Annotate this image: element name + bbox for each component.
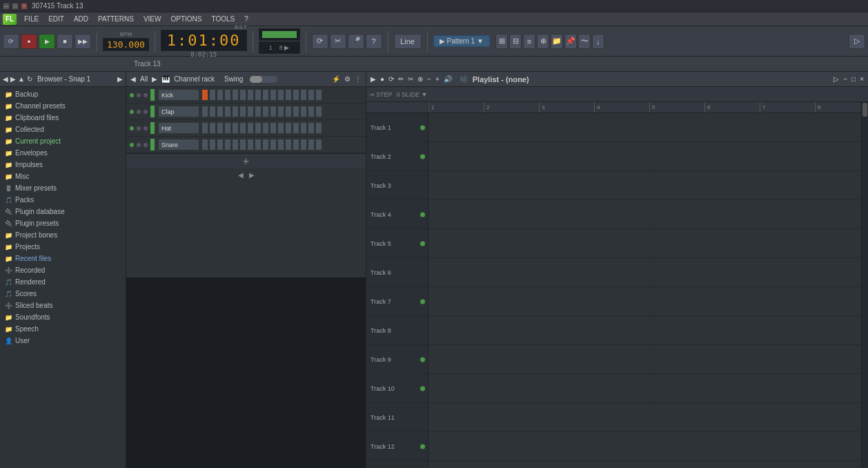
clap-pad-9[interactable] [262, 106, 269, 117]
snare-pad-4[interactable] [224, 139, 231, 150]
menu-file[interactable]: FILE [22, 15, 41, 23]
snare-pad-13[interactable] [293, 139, 299, 150]
close-button[interactable]: × [21, 3, 28, 10]
maximize-button[interactable]: □ [12, 3, 19, 10]
clap-pad-14[interactable] [300, 106, 307, 117]
browser-item-current-project[interactable]: 📁 Current project [0, 135, 126, 147]
hat-name[interactable]: Hat [158, 122, 199, 134]
playlist-minimize[interactable]: − [843, 75, 847, 83]
pattern-button[interactable]: ▶ Pattern 1 ▼ [433, 35, 491, 47]
kick-pad-13[interactable] [293, 89, 299, 101]
browser-item-soundfonts[interactable]: 📁 Soundfonts [0, 311, 126, 323]
grid-row-7[interactable] [428, 287, 861, 316]
playlist-zoom-in[interactable]: + [435, 75, 440, 83]
piano-roll-area[interactable] [126, 277, 366, 468]
kick-led-2[interactable] [136, 92, 141, 98]
snare-pad-3[interactable] [217, 139, 224, 150]
snare-pad-12[interactable] [285, 139, 292, 150]
playlist-draw-icon[interactable]: ✏ [398, 75, 404, 83]
kick-pad-5[interactable] [232, 89, 239, 101]
playlist-vol-icon[interactable]: 🔊 [444, 75, 452, 83]
bpm-display[interactable]: 130.000 [103, 38, 149, 51]
snare-pad-11[interactable] [277, 139, 284, 150]
grid-row-8[interactable] [428, 316, 861, 345]
snare-led-3[interactable] [143, 142, 148, 148]
playlist-expand[interactable]: ▷ [834, 75, 839, 83]
snare-led-1[interactable] [129, 142, 135, 148]
hat-pad-7[interactable] [247, 122, 254, 134]
browser-item-projects[interactable]: 📁 Projects [0, 241, 126, 253]
grid-row-4[interactable] [428, 200, 861, 229]
grid-row-2[interactable] [428, 142, 861, 171]
magnet-btn[interactable]: ⟳ [312, 34, 328, 49]
hat-pad-15[interactable] [308, 122, 315, 134]
hat-led-1[interactable] [129, 126, 135, 131]
channel-rack-nav[interactable]: ◀ [130, 75, 136, 83]
snare-pad-16[interactable] [315, 139, 322, 150]
snare-pad-2[interactable] [209, 139, 216, 150]
browser-item-user[interactable]: 👤 User [0, 335, 126, 347]
grid-row-13[interactable] [428, 461, 861, 468]
playlist-rec-icon[interactable]: ● [380, 75, 384, 83]
hat-pad-5[interactable] [232, 122, 239, 134]
snare-pad-7[interactable] [247, 139, 254, 150]
clap-pad-12[interactable] [285, 106, 292, 117]
snare-pad-8[interactable] [255, 139, 262, 150]
grid-row-1[interactable] [428, 113, 861, 142]
channel-rack-all[interactable]: All [140, 75, 148, 83]
playlist-maximize[interactable]: □ [851, 75, 856, 83]
clap-pad-11[interactable] [277, 106, 284, 117]
kick-pad-12[interactable] [285, 89, 292, 101]
snare-pad-5[interactable] [232, 139, 239, 150]
window-controls[interactable]: — □ × [3, 3, 28, 10]
kick-pad-11[interactable] [277, 89, 284, 101]
align-btn[interactable]: ≡ [523, 34, 535, 49]
hat-pad-8[interactable] [255, 122, 262, 134]
snare-pad-15[interactable] [308, 139, 315, 150]
kick-pad-4[interactable] [224, 89, 231, 101]
browser-item-speech[interactable]: 📁 Speech [0, 323, 126, 335]
snare-pad-6[interactable] [239, 139, 246, 150]
dl-btn[interactable]: ↓ [592, 34, 604, 49]
toolbar-expand[interactable]: ▷ [849, 34, 865, 49]
browser-up[interactable]: ▲ [18, 75, 25, 83]
browser-item-backup[interactable]: 📁 Backup [0, 88, 126, 100]
browser-snap[interactable]: ▶ [117, 75, 123, 83]
grid-btn[interactable]: ⊞ [495, 34, 508, 49]
hat-led-3[interactable] [143, 126, 148, 131]
menu-edit[interactable]: EDIT [46, 15, 66, 23]
kick-name[interactable]: Kick [158, 89, 199, 101]
play-btn[interactable]: ▶ [39, 34, 55, 49]
kick-pad-2[interactable] [209, 89, 216, 101]
menu-view[interactable]: VIEW [141, 15, 164, 23]
mic-btn[interactable]: 🎤 [348, 34, 364, 49]
browser-item-envelopes[interactable]: 📁 Envelopes [0, 147, 126, 159]
kick-pad-10[interactable] [270, 89, 277, 101]
browser-nav-fwd[interactable]: ▶ [10, 75, 16, 83]
kick-pad-8[interactable] [255, 89, 262, 101]
kick-pad-1[interactable] [201, 89, 208, 101]
clap-pad-4[interactable] [224, 106, 231, 117]
clap-pad-6[interactable] [239, 106, 246, 117]
pin-btn[interactable]: 📌 [564, 34, 577, 49]
grid-row-5[interactable] [428, 229, 861, 258]
snare-led-2[interactable] [136, 142, 141, 148]
scissors-btn[interactable]: ✂ [330, 34, 346, 49]
clap-pad-15[interactable] [308, 106, 315, 117]
pattern-play-btn[interactable]: ▶▶ [75, 34, 91, 49]
snare-pad-9[interactable] [262, 139, 269, 150]
kick-led-3[interactable] [143, 92, 148, 98]
browser-item-sliced-beats[interactable]: ➕ Sliced beats [0, 300, 126, 311]
clap-pad-13[interactable] [293, 106, 299, 117]
grid-row-11[interactable] [428, 403, 861, 432]
clap-led-2[interactable] [136, 109, 141, 115]
clap-pad-5[interactable] [232, 106, 239, 117]
menu-tools[interactable]: TOOLS [209, 15, 237, 23]
clap-pad-2[interactable] [209, 106, 216, 117]
browser-item-impulses[interactable]: 📁 Impulses [0, 159, 126, 170]
browser-item-mixer-presets[interactable]: 🎛 Mixer presets [0, 182, 126, 194]
browser-item-channel-presets[interactable]: 📁 Channel presets [0, 100, 126, 112]
snare-name[interactable]: Snare [158, 139, 199, 150]
hat-pad-13[interactable] [293, 122, 299, 134]
kick-pad-7[interactable] [247, 89, 254, 101]
